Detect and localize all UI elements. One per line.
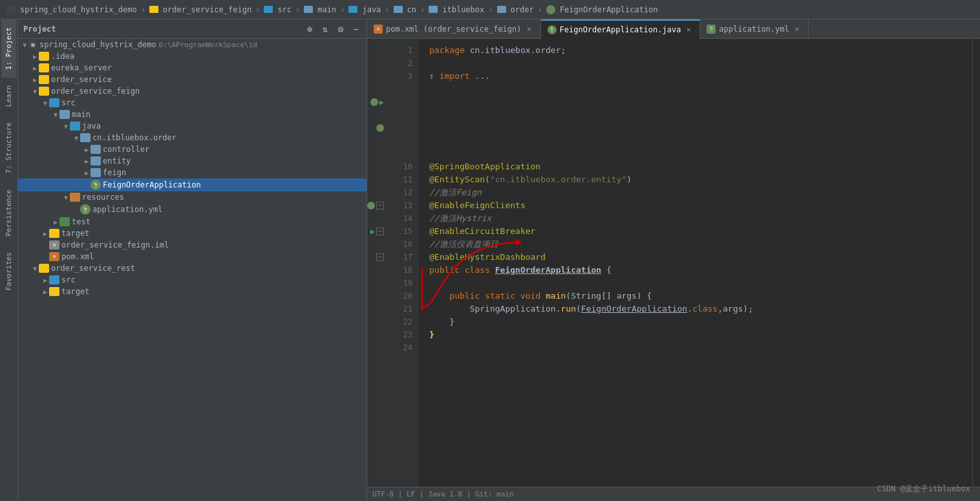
tree-item-rest-target[interactable]: ▶ target — [18, 286, 367, 297]
folder-icon — [39, 87, 49, 96]
settings-button[interactable]: ⚙ — [336, 24, 346, 34]
fold-icon-18[interactable]: − — [376, 202, 384, 209]
gutter-20: ▶ − — [367, 225, 387, 238]
sidebar-tab-structure[interactable]: 7: Structure — [1, 114, 16, 181]
code-line-9e — [429, 134, 972, 147]
close-tab-feign[interactable]: × — [684, 25, 693, 34]
code-line-12: //激活Feign — [429, 186, 972, 199]
resource-folder-icon — [70, 193, 80, 202]
tree-item-feign[interactable]: ▶ feign — [18, 167, 367, 178]
minimize-button[interactable]: − — [351, 24, 361, 34]
gutter-1 — [367, 44, 387, 57]
sidebar-tab-favorites[interactable]: Favorites — [1, 244, 16, 299]
code-line-11: @EntityScan("cn.itbluebox.order.entity") — [429, 173, 972, 186]
gutter-3 — [367, 70, 387, 83]
add-button[interactable]: ⊕ — [304, 24, 315, 34]
tree-item-idea[interactable]: ▶ .idea — [18, 50, 367, 62]
gutter-10: ▶ — [367, 96, 387, 109]
tree-item-controller[interactable]: ▶ controller — [18, 144, 367, 155]
tree-item-order-feign[interactable]: ▼ order_service_feign — [18, 85, 367, 97]
tab-yml[interactable]: 🍃 application.yml × — [700, 19, 808, 39]
close-tab-pom[interactable]: × — [525, 25, 534, 34]
panel-header: Project ⊕ ⇅ ⚙ − — [18, 19, 367, 39]
code-line-18: public class FeignOrderApplication { — [429, 264, 972, 277]
code-content[interactable]: package cn.itbluebox.order; ↕ import ...… — [419, 39, 972, 487]
tree-item-target[interactable]: ▶ target — [18, 228, 367, 239]
tree-item-main[interactable]: ▼ main — [18, 109, 367, 120]
yml-icon: 🍃 — [80, 204, 91, 215]
folder-icon — [91, 156, 101, 165]
watermark: CSDN @蓝盒子itbluebox — [877, 484, 970, 495]
tree-item-rest-src[interactable]: ▶ src — [18, 274, 367, 286]
sidebar-tab-learn[interactable]: Learn — [1, 78, 16, 114]
tree-item-iml[interactable]: m order_service_feign.iml — [18, 239, 367, 251]
tree-item-feign-app[interactable]: 🍃 FeignOrderApplication — [18, 178, 367, 191]
spring-boot-icon: 🍃 — [91, 180, 101, 190]
code-line-13: @EnableFeignClients — [429, 199, 972, 212]
sync-button[interactable]: ⇅ — [320, 24, 330, 34]
yml-tab-icon: 🍃 — [707, 25, 716, 34]
code-line-15: @EnableCircuitBreaker — [429, 225, 972, 238]
xml-tab-icon: m — [374, 25, 383, 34]
spring-tab-icon: 🍃 — [548, 25, 557, 34]
bean-icon-18 — [367, 202, 375, 209]
tree-item-test[interactable]: ▶ test — [18, 216, 367, 228]
scroll-bar[interactable] — [972, 39, 980, 487]
code-line-9f — [429, 147, 972, 160]
tab-feign-app[interactable]: 🍃 FeignOrderApplication.java × — [541, 19, 701, 39]
tree-item-eureka[interactable]: ▶ eureka_server — [18, 62, 367, 74]
sidebar-tab-persistence[interactable]: Persistence — [1, 182, 16, 244]
folder-blue-icon — [59, 110, 70, 119]
tab-pom[interactable]: m pom.xml (order_service_feign) × — [367, 19, 541, 39]
code-line-2 — [429, 57, 972, 70]
code-line-24 — [429, 341, 972, 354]
tab-bar: m pom.xml (order_service_feign) × 🍃 Feig… — [367, 19, 980, 39]
code-line-9 — [429, 83, 972, 96]
tree-item-order-service[interactable]: ▶ order_service — [18, 74, 367, 85]
run-icon[interactable]: ▶ — [379, 96, 384, 109]
run-icon-20[interactable]: ▶ — [370, 225, 375, 238]
gutter-12 — [367, 122, 387, 134]
folder-icon — [39, 52, 49, 61]
tree-item-entity[interactable]: ▶ entity — [18, 155, 367, 167]
gutter-14 — [367, 147, 387, 160]
tree-item-src[interactable]: ▼ src — [18, 97, 367, 109]
code-line-23: } — [429, 328, 972, 341]
side-tabs: 1: Project Learn 7: Structure Persistenc… — [0, 19, 18, 501]
close-tab-yml[interactable]: × — [793, 25, 802, 34]
src-folder-icon — [49, 98, 59, 107]
tree-item-java[interactable]: ▼ java — [18, 120, 367, 132]
code-line-9d — [429, 122, 972, 134]
src-folder-icon — [49, 275, 59, 284]
code-line-14: //激活Hystrix — [429, 212, 972, 225]
status-text: UTF-8 | LF | Java 1.8 | Git: main — [372, 490, 514, 498]
folder-icon — [91, 145, 101, 154]
test-folder-icon — [59, 217, 70, 226]
fold-icon-22[interactable]: − — [376, 253, 384, 261]
bean-icon-12 — [376, 124, 384, 132]
folder-icon — [39, 264, 49, 273]
xml-icon: m — [49, 252, 59, 261]
code-line-19 — [429, 277, 972, 290]
line-numbers: 1 2 3 - - - - - - 10 11 12 13 14 15 16 1… — [387, 39, 419, 487]
code-line-16: //激活仪表盘项目 — [429, 238, 972, 251]
gutter-23 — [367, 264, 387, 277]
gutter-11 — [367, 109, 387, 122]
folder-icon — [49, 287, 59, 296]
code-line-22: } — [429, 315, 972, 328]
gutter-22: − — [367, 251, 387, 264]
tree-item-root[interactable]: ▼ ■ spring_cloud_hystrix_demo D:\AProgra… — [18, 39, 367, 50]
folder-icon — [39, 63, 49, 72]
fold-icon-20[interactable]: − — [376, 228, 384, 235]
breadcrumb: spring_cloud_hystrix_demo › order_servic… — [0, 0, 980, 19]
file-tree: ▼ ■ spring_cloud_hystrix_demo D:\AProgra… — [18, 39, 367, 501]
tree-item-pom[interactable]: m pom.xml — [18, 251, 367, 262]
tree-item-package[interactable]: ▼ cn.itbluebox.order — [18, 132, 367, 144]
tree-item-resources[interactable]: ▼ resources — [18, 191, 367, 203]
project-panel: Project ⊕ ⇅ ⚙ − ▼ ■ spring_cloud_hystrix… — [18, 19, 367, 501]
tree-item-appyml[interactable]: 🍃 application.yml — [18, 203, 367, 216]
gutter-area: ▶ − ▶ − — [367, 39, 387, 487]
tree-item-order-rest[interactable]: ▼ order_service_rest — [18, 262, 367, 274]
sidebar-tab-project[interactable]: 1: Project — [1, 19, 16, 78]
gutter-21 — [367, 238, 387, 251]
